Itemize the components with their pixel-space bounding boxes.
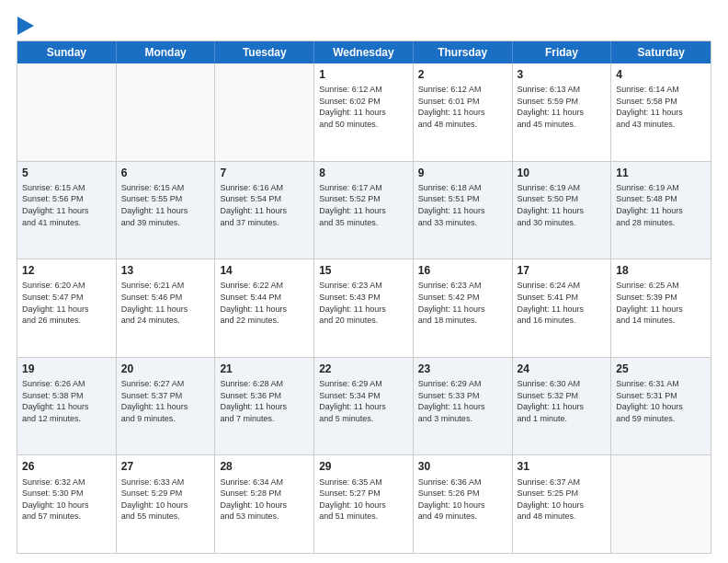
- day-cell-23: 23Sunrise: 6:29 AM Sunset: 5:33 PM Dayli…: [414, 358, 513, 455]
- day-number: 3: [518, 67, 607, 82]
- day-number: 23: [418, 362, 507, 376]
- day-info: Sunrise: 6:13 AM Sunset: 5:59 PM Dayligh…: [518, 84, 607, 130]
- day-info: Sunrise: 6:35 AM Sunset: 5:27 PM Dayligh…: [319, 477, 408, 523]
- day-cell-11: 11Sunrise: 6:19 AM Sunset: 5:48 PM Dayli…: [611, 162, 711, 259]
- day-number: 11: [616, 166, 706, 180]
- day-number: 26: [22, 459, 111, 474]
- page: SundayMondayTuesdayWednesdayThursdayFrid…: [0, 0, 728, 563]
- day-cell-24: 24Sunrise: 6:30 AM Sunset: 5:32 PM Dayli…: [513, 358, 612, 455]
- day-info: Sunrise: 6:26 AM Sunset: 5:38 PM Dayligh…: [22, 378, 111, 424]
- day-number: 12: [22, 263, 111, 278]
- day-number: 8: [319, 166, 408, 180]
- header-day-friday: Friday: [513, 41, 612, 63]
- day-number: 14: [220, 263, 309, 278]
- calendar-week-2: 5Sunrise: 6:15 AM Sunset: 5:56 PM Daylig…: [17, 161, 711, 259]
- day-cell-3: 3Sunrise: 6:13 AM Sunset: 5:59 PM Daylig…: [513, 63, 612, 161]
- day-info: Sunrise: 6:34 AM Sunset: 5:28 PM Dayligh…: [220, 477, 309, 523]
- day-info: Sunrise: 6:33 AM Sunset: 5:29 PM Dayligh…: [121, 477, 210, 523]
- day-cell-14: 14Sunrise: 6:22 AM Sunset: 5:44 PM Dayli…: [215, 259, 314, 357]
- day-cell-16: 16Sunrise: 6:23 AM Sunset: 5:42 PM Dayli…: [414, 259, 513, 357]
- day-number: 10: [518, 166, 607, 180]
- day-number: 16: [418, 263, 507, 278]
- header-day-thursday: Thursday: [414, 41, 513, 63]
- day-number: 2: [418, 67, 507, 82]
- header-day-saturday: Saturday: [611, 41, 711, 63]
- empty-cell: [215, 63, 314, 161]
- calendar-week-4: 19Sunrise: 6:26 AM Sunset: 5:38 PM Dayli…: [17, 357, 711, 455]
- day-info: Sunrise: 6:12 AM Sunset: 6:01 PM Dayligh…: [418, 84, 507, 130]
- logo-triangle-icon: [17, 17, 34, 35]
- day-number: 9: [418, 166, 507, 180]
- day-info: Sunrise: 6:32 AM Sunset: 5:30 PM Dayligh…: [22, 477, 111, 523]
- day-number: 19: [22, 362, 111, 376]
- day-number: 24: [518, 362, 607, 376]
- day-info: Sunrise: 6:37 AM Sunset: 5:25 PM Dayligh…: [518, 477, 607, 523]
- day-info: Sunrise: 6:18 AM Sunset: 5:51 PM Dayligh…: [418, 182, 507, 228]
- day-number: 28: [220, 459, 309, 474]
- header-day-sunday: Sunday: [17, 41, 117, 63]
- empty-cell: [17, 63, 117, 161]
- day-number: 22: [319, 362, 408, 376]
- calendar-week-1: 1Sunrise: 6:12 AM Sunset: 6:02 PM Daylig…: [17, 63, 711, 161]
- day-number: 31: [518, 459, 607, 474]
- day-number: 17: [518, 263, 607, 278]
- header-day-tuesday: Tuesday: [215, 41, 314, 63]
- day-cell-18: 18Sunrise: 6:25 AM Sunset: 5:39 PM Dayli…: [611, 259, 711, 357]
- day-info: Sunrise: 6:31 AM Sunset: 5:31 PM Dayligh…: [616, 378, 706, 424]
- day-number: 15: [319, 263, 408, 278]
- day-cell-22: 22Sunrise: 6:29 AM Sunset: 5:34 PM Dayli…: [314, 358, 414, 455]
- day-cell-29: 29Sunrise: 6:35 AM Sunset: 5:27 PM Dayli…: [314, 455, 414, 553]
- day-cell-7: 7Sunrise: 6:16 AM Sunset: 5:54 PM Daylig…: [215, 162, 314, 259]
- day-number: 7: [220, 166, 309, 180]
- day-cell-2: 2Sunrise: 6:12 AM Sunset: 6:01 PM Daylig…: [414, 63, 513, 161]
- day-cell-15: 15Sunrise: 6:23 AM Sunset: 5:43 PM Dayli…: [314, 259, 414, 357]
- day-cell-28: 28Sunrise: 6:34 AM Sunset: 5:28 PM Dayli…: [215, 455, 314, 553]
- day-cell-1: 1Sunrise: 6:12 AM Sunset: 6:02 PM Daylig…: [314, 63, 414, 161]
- header-day-monday: Monday: [117, 41, 216, 63]
- calendar-body: 1Sunrise: 6:12 AM Sunset: 6:02 PM Daylig…: [17, 63, 711, 553]
- day-cell-20: 20Sunrise: 6:27 AM Sunset: 5:37 PM Dayli…: [117, 358, 216, 455]
- logo: [17, 17, 35, 31]
- empty-cell: [117, 63, 216, 161]
- day-info: Sunrise: 6:17 AM Sunset: 5:52 PM Dayligh…: [319, 182, 408, 228]
- day-info: Sunrise: 6:29 AM Sunset: 5:33 PM Dayligh…: [418, 378, 507, 424]
- day-info: Sunrise: 6:23 AM Sunset: 5:42 PM Dayligh…: [418, 280, 507, 326]
- day-info: Sunrise: 6:23 AM Sunset: 5:43 PM Dayligh…: [319, 280, 408, 326]
- day-cell-4: 4Sunrise: 6:14 AM Sunset: 5:58 PM Daylig…: [611, 63, 711, 161]
- day-info: Sunrise: 6:15 AM Sunset: 5:55 PM Dayligh…: [121, 182, 210, 228]
- calendar-week-3: 12Sunrise: 6:20 AM Sunset: 5:47 PM Dayli…: [17, 259, 711, 357]
- day-info: Sunrise: 6:14 AM Sunset: 5:58 PM Dayligh…: [616, 84, 706, 130]
- header-day-wednesday: Wednesday: [314, 41, 414, 63]
- day-cell-13: 13Sunrise: 6:21 AM Sunset: 5:46 PM Dayli…: [117, 259, 216, 357]
- day-info: Sunrise: 6:12 AM Sunset: 6:02 PM Dayligh…: [319, 84, 408, 130]
- day-number: 1: [319, 67, 408, 82]
- day-cell-6: 6Sunrise: 6:15 AM Sunset: 5:55 PM Daylig…: [117, 162, 216, 259]
- day-number: 18: [616, 263, 706, 278]
- day-cell-31: 31Sunrise: 6:37 AM Sunset: 5:25 PM Dayli…: [513, 455, 612, 553]
- day-number: 4: [616, 67, 706, 82]
- day-cell-5: 5Sunrise: 6:15 AM Sunset: 5:56 PM Daylig…: [17, 162, 117, 259]
- day-number: 27: [121, 459, 210, 474]
- day-number: 5: [22, 166, 111, 180]
- day-number: 30: [418, 459, 507, 474]
- day-cell-30: 30Sunrise: 6:36 AM Sunset: 5:26 PM Dayli…: [414, 455, 513, 553]
- day-info: Sunrise: 6:27 AM Sunset: 5:37 PM Dayligh…: [121, 378, 210, 424]
- day-number: 20: [121, 362, 210, 376]
- empty-cell: [611, 455, 711, 553]
- day-cell-19: 19Sunrise: 6:26 AM Sunset: 5:38 PM Dayli…: [17, 358, 117, 455]
- day-cell-12: 12Sunrise: 6:20 AM Sunset: 5:47 PM Dayli…: [17, 259, 117, 357]
- svg-marker-0: [17, 17, 34, 35]
- day-cell-21: 21Sunrise: 6:28 AM Sunset: 5:36 PM Dayli…: [215, 358, 314, 455]
- day-info: Sunrise: 6:20 AM Sunset: 5:47 PM Dayligh…: [22, 280, 111, 326]
- calendar-header: SundayMondayTuesdayWednesdayThursdayFrid…: [17, 41, 711, 63]
- day-cell-26: 26Sunrise: 6:32 AM Sunset: 5:30 PM Dayli…: [17, 455, 117, 553]
- day-cell-10: 10Sunrise: 6:19 AM Sunset: 5:50 PM Dayli…: [513, 162, 612, 259]
- day-info: Sunrise: 6:19 AM Sunset: 5:50 PM Dayligh…: [518, 182, 607, 228]
- calendar: SundayMondayTuesdayWednesdayThursdayFrid…: [17, 40, 711, 554]
- day-cell-9: 9Sunrise: 6:18 AM Sunset: 5:51 PM Daylig…: [414, 162, 513, 259]
- logo-text: [17, 17, 35, 31]
- calendar-week-5: 26Sunrise: 6:32 AM Sunset: 5:30 PM Dayli…: [17, 454, 711, 553]
- day-info: Sunrise: 6:36 AM Sunset: 5:26 PM Dayligh…: [418, 477, 507, 523]
- day-info: Sunrise: 6:19 AM Sunset: 5:48 PM Dayligh…: [616, 182, 706, 228]
- day-info: Sunrise: 6:21 AM Sunset: 5:46 PM Dayligh…: [121, 280, 210, 326]
